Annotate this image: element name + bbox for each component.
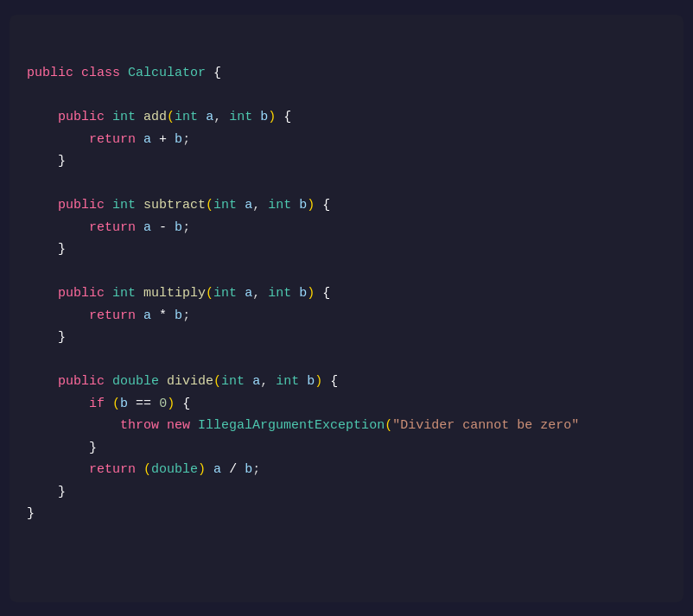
line-21: } (27, 506, 35, 521)
line-13: } (27, 330, 66, 345)
line-11: public int multiply(int a, int b) { (27, 286, 330, 301)
code-editor: public class Calculator { public int add… (10, 15, 683, 602)
line-16: if (b == 0) { (27, 397, 190, 411)
line-17: throw new IllegalArgumentException("Divi… (27, 418, 579, 433)
line-12: return a * b; (27, 308, 190, 323)
line-20: } (27, 485, 66, 499)
code-content: public class Calculator { public int add… (27, 41, 658, 548)
line-15: public double divide(int a, int b) { (27, 374, 338, 389)
line-18: } (27, 441, 97, 455)
line-5: } (27, 154, 66, 168)
line-4: return a + b; (27, 132, 190, 147)
line-1: public class Calculator { (27, 66, 221, 80)
line-9: } (27, 242, 66, 257)
line-19: return (double) a / b; (27, 462, 260, 477)
line-3: public int add(int a, int b) { (27, 110, 291, 124)
line-8: return a - b; (27, 220, 190, 235)
line-7: public int subtract(int a, int b) { (27, 198, 330, 213)
